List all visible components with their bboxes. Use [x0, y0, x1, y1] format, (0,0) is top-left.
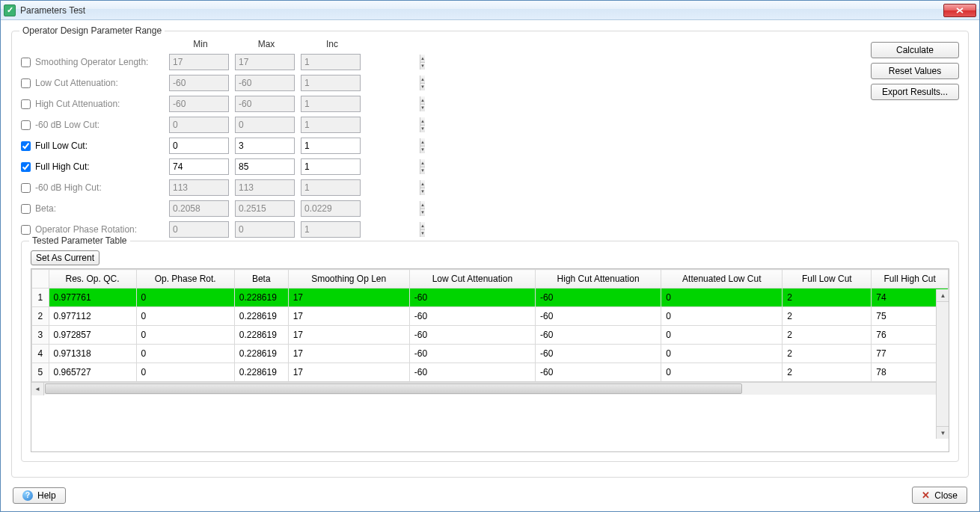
column-header[interactable]: Smoothing Op Len [288, 270, 409, 289]
column-header[interactable]: Full High Cut [872, 270, 949, 289]
spin-down-icon: ▼ [420, 230, 425, 238]
window: ✓ Parameters Test Operator Design Parame… [0, 0, 980, 512]
spinner-min[interactable]: ▲▼ [169, 158, 229, 175]
table-row[interactable]: 20.97711200.22861917-60-600275 [32, 307, 949, 326]
help-button[interactable]: ? Help [13, 487, 66, 504]
spin-down-icon: ▼ [420, 188, 425, 196]
table-row[interactable]: 30.97285700.22861917-60-600276 [32, 326, 949, 345]
spinner-min: ▲▼ [169, 179, 229, 196]
table-cell: 17 [288, 289, 409, 307]
horizontal-scrollbar[interactable]: ◄ ► [31, 382, 949, 395]
param-row-1[interactable]: Low Cut Attenuation: [21, 78, 166, 88]
scroll-up-icon[interactable]: ▲ [937, 289, 949, 302]
table-cell: -60 [409, 363, 535, 382]
column-header[interactable]: Full Low Cut [783, 270, 872, 289]
table-cell: 0 [136, 363, 234, 382]
table-cell: 17 [288, 363, 409, 382]
param-checkbox[interactable] [21, 141, 31, 151]
param-row-4[interactable]: Full Low Cut: [21, 141, 166, 151]
spinner-max[interactable]: ▲▼ [235, 138, 295, 154]
spin-down-icon: ▼ [420, 105, 425, 112]
table-row[interactable]: 50.96572700.22861917-60-600278 [32, 363, 949, 382]
param-range-title: Operator Design Parameter Range [19, 25, 165, 36]
param-row-0[interactable]: Smoothing Operator Length: [21, 57, 166, 67]
spinner-inc[interactable]: ▲▼ [301, 158, 361, 175]
table-cell: -60 [535, 307, 661, 326]
param-checkbox[interactable] [21, 120, 31, 130]
spinner-input[interactable] [301, 138, 420, 153]
spinner-inc[interactable]: ▲▼ [301, 138, 361, 154]
spinner-min: ▲▼ [169, 117, 229, 133]
spinner-input [301, 55, 420, 70]
scroll-left-icon[interactable]: ◄ [31, 383, 44, 395]
param-row-5[interactable]: Full High Cut: [21, 161, 166, 172]
table-cell: 0 [136, 307, 234, 326]
param-checkbox[interactable] [21, 78, 31, 88]
reset-values-button[interactable]: Reset Values [871, 63, 959, 79]
param-label-text: Smoothing Operator Length: [35, 57, 148, 67]
column-header[interactable]: Res. Op. QC. [49, 270, 136, 289]
spin-up-icon[interactable]: ▲ [420, 138, 425, 146]
param-row-8[interactable]: Operator Phase Rotation: [21, 224, 166, 235]
param-row-7[interactable]: Beta: [21, 203, 166, 214]
row-number: 3 [32, 326, 49, 345]
param-label-text: -60 dB Low Cut: [35, 120, 99, 130]
side-buttons: Calculate Reset Values Export Results... [871, 42, 959, 100]
set-as-current-button[interactable]: Set As Current [31, 250, 99, 265]
spin-up-icon: ▲ [420, 222, 425, 230]
vertical-scrollbar[interactable]: ▲ ▼ [936, 289, 949, 439]
export-results-button[interactable]: Export Results... [871, 84, 959, 100]
table-cell: 0.228619 [234, 289, 288, 307]
column-header[interactable]: Beta [234, 270, 288, 289]
spinner-input [301, 201, 420, 216]
table-cell: 2 [783, 307, 872, 326]
spinner-min: ▲▼ [169, 96, 229, 112]
table-cell: 0 [661, 345, 783, 363]
spinner-max: ▲▼ [235, 221, 295, 238]
table-row[interactable]: 40.97131800.22861917-60-600277 [32, 345, 949, 363]
spinner-inc: ▲▼ [301, 96, 361, 112]
param-checkbox[interactable] [21, 204, 31, 214]
column-header[interactable]: High Cut Attenuation [535, 270, 661, 289]
results-table[interactable]: Res. Op. QC.Op. Phase Rot.BetaSmoothing … [31, 269, 949, 382]
calculate-button[interactable]: Calculate [871, 42, 959, 58]
row-number: 4 [32, 345, 49, 363]
param-row-6[interactable]: -60 dB High Cut: [21, 182, 166, 193]
window-close-button[interactable] [943, 4, 976, 17]
param-row-2[interactable]: High Cut Attenuation: [21, 99, 166, 109]
scroll-down-icon[interactable]: ▼ [937, 426, 949, 439]
param-checkbox[interactable] [21, 99, 31, 109]
table-cell: 0.977761 [49, 289, 136, 307]
header-max: Max [235, 39, 298, 49]
param-row-3[interactable]: -60 dB Low Cut: [21, 120, 166, 130]
table-cell: 0 [136, 345, 234, 363]
spin-up-icon[interactable]: ▲ [420, 159, 425, 167]
param-checkbox[interactable] [21, 225, 31, 235]
table-cell: 0.971318 [49, 345, 136, 363]
spinner-max[interactable]: ▲▼ [235, 158, 295, 175]
param-checkbox[interactable] [21, 58, 31, 67]
spinner-min[interactable]: ▲▼ [169, 138, 229, 154]
header-min: Min [169, 39, 232, 49]
scroll-thumb[interactable] [45, 383, 742, 394]
table-cell: 0.228619 [234, 307, 288, 326]
table-cell: 2 [783, 289, 872, 307]
table-cell: 2 [783, 345, 872, 363]
table-container: Res. Op. QC.Op. Phase Rot.BetaSmoothing … [31, 268, 949, 452]
spinner-inc: ▲▼ [301, 75, 361, 91]
spinner-min: ▲▼ [169, 221, 229, 238]
table-row[interactable]: 10.97776100.22861917-60-600274 [32, 289, 949, 307]
table-cell: 2 [783, 363, 872, 382]
column-header[interactable]: Attenuated Low Cut [661, 270, 783, 289]
spin-down-icon[interactable]: ▼ [420, 146, 425, 154]
table-cell: 0 [661, 307, 783, 326]
spinner-input[interactable] [301, 159, 420, 174]
spin-down-icon[interactable]: ▼ [420, 167, 425, 175]
close-button[interactable]: ✕ Close [912, 487, 967, 504]
table-cell: 0.228619 [234, 363, 288, 382]
param-checkbox[interactable] [21, 162, 31, 172]
param-checkbox[interactable] [21, 183, 31, 193]
table-cell: -60 [409, 345, 535, 363]
column-header[interactable]: Low Cut Attenuation [409, 270, 535, 289]
column-header[interactable]: Op. Phase Rot. [136, 270, 234, 289]
